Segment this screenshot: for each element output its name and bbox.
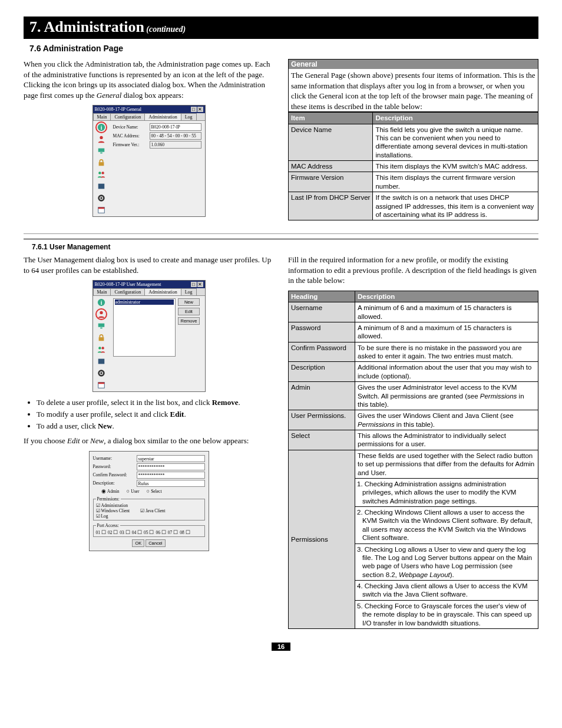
user-icon: [97, 135, 105, 143]
user-edit-intro: Fill in the required information for a n…: [288, 255, 538, 286]
svg-rect-21: [98, 359, 104, 364]
cancel-button[interactable]: Cancel: [146, 539, 165, 547]
svg-point-23: [100, 373, 103, 375]
page-number: 16: [24, 642, 538, 651]
svg-rect-17: [100, 328, 103, 329]
users-icon: [97, 170, 105, 179]
customize-icon: [97, 357, 105, 365]
svg-point-10: [100, 197, 103, 199]
users-icon: [97, 345, 105, 354]
user-mgmt-dialog-screenshot: B020-008-17-IP User Management□✕ MainCon…: [92, 280, 206, 392]
svg-point-19: [98, 347, 101, 349]
svg-text:i: i: [100, 299, 102, 306]
user-mgmt-para: The User Management dialog box is used t…: [24, 255, 274, 275]
section-7-6-1-heading: 7.6.1 User Management: [32, 243, 538, 251]
user-edit-dialog-screenshot: Username:superstar Password:************…: [89, 451, 209, 551]
headings-table: HeadingDescription UsernameA minimum of …: [288, 291, 538, 629]
user-icon: [97, 310, 105, 318]
ok-button[interactable]: OK: [132, 539, 144, 547]
svg-rect-25: [98, 383, 104, 384]
general-blurb: The General Page (shown above) presents …: [288, 69, 538, 112]
after-bullets: If you choose Edit or New, a dialog box …: [24, 436, 274, 446]
svg-rect-4: [100, 153, 103, 154]
lock-icon: [97, 334, 105, 342]
section-7-6-heading: 7.6 Administration Page: [29, 44, 538, 53]
remove-button[interactable]: Remove: [178, 317, 200, 325]
general-table: ItemDescription Device NameThis field le…: [288, 112, 538, 220]
svg-point-15: [100, 311, 103, 314]
general-dialog-screenshot: B020-008-17-IP General□✕ Main Configurat…: [92, 105, 206, 217]
svg-rect-8: [98, 184, 104, 189]
network-icon: [97, 322, 105, 330]
edit-button[interactable]: Edit: [178, 308, 200, 315]
svg-rect-16: [98, 324, 104, 327]
svg-rect-5: [98, 162, 104, 166]
general-label: General: [288, 59, 538, 69]
new-button[interactable]: New: [178, 298, 200, 306]
svg-point-20: [101, 347, 104, 349]
svg-rect-18: [98, 337, 104, 341]
svg-text:i: i: [100, 124, 102, 131]
user-mgmt-bullets: To delete a user profile, select it in t…: [37, 398, 274, 431]
info-icon: i: [97, 123, 105, 131]
svg-point-6: [98, 172, 101, 174]
gear-icon: [97, 369, 105, 377]
svg-rect-3: [98, 149, 104, 152]
section-7-6-intro: When you click the Administration tab, t…: [24, 59, 274, 100]
svg-point-2: [100, 136, 103, 139]
customize-icon: [97, 182, 105, 190]
svg-rect-12: [98, 207, 104, 209]
info-icon: i: [97, 298, 105, 307]
lock-icon: [97, 159, 105, 167]
network-icon: [97, 147, 105, 155]
date-icon: [97, 381, 105, 389]
svg-point-7: [101, 172, 104, 174]
gear-icon: [97, 194, 105, 202]
chapter-header: 7. Administration (continued): [24, 17, 538, 39]
date-icon: [97, 206, 105, 214]
